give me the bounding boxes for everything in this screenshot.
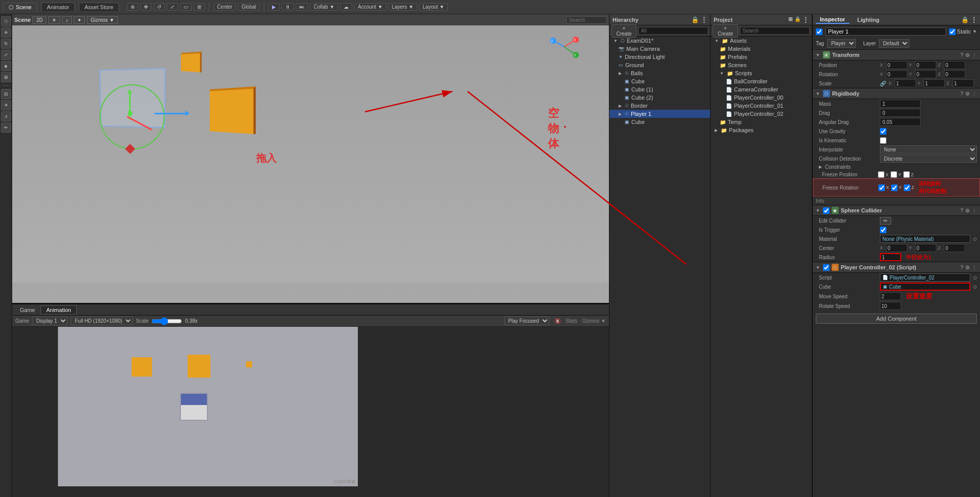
tag-select[interactable]: Player	[827, 39, 856, 48]
interpolate-select[interactable]: None	[880, 145, 977, 153]
hier-item-dirlight[interactable]: ☀ Directional Light	[609, 53, 710, 61]
rigidbody-component-header[interactable]: ▼ ⬡ Rigidbody ? ⚙ ⋮	[813, 88, 980, 99]
script-ref[interactable]: 📄 PlayerController_02	[880, 273, 970, 282]
toolbar-global[interactable]: Global	[238, 3, 260, 11]
pos-x[interactable]	[886, 61, 907, 69]
lighting-toggle[interactable]: ☀	[48, 16, 60, 24]
center-y[interactable]	[915, 244, 936, 252]
scale-tool[interactable]: ⤢	[1, 50, 11, 60]
scale-slider[interactable]	[151, 317, 182, 325]
sc-question[interactable]: ?	[960, 208, 963, 213]
snap-tool[interactable]: ⊞	[1, 72, 11, 82]
toolbar-move[interactable]: ⊕	[127, 3, 138, 11]
project-menu[interactable]: ⋮	[803, 16, 809, 23]
proj-item-prefabs[interactable]: 📁 Prefabs	[711, 53, 812, 61]
tab-game[interactable]: Game	[14, 305, 41, 315]
pc-menu[interactable]: ⋮	[972, 265, 977, 270]
fr-x[interactable]	[878, 184, 885, 191]
constraints-header[interactable]: ▶ Constraints	[813, 163, 980, 171]
gizmos-btn[interactable]: Gizmos ▼	[582, 318, 606, 324]
audio-tool[interactable]: ♬	[1, 111, 11, 121]
insp-menu[interactable]: ⋮	[971, 16, 977, 23]
collision-detection-select[interactable]: Discrete	[880, 154, 977, 163]
layout-button[interactable]: Layout ▼	[419, 3, 448, 11]
cube-ref[interactable]: ▣ Cube	[880, 283, 970, 291]
project-icon1[interactable]: ⊞	[788, 16, 792, 23]
proj-item-scenes[interactable]: 📁 Scenes	[711, 61, 812, 69]
tab-scene[interactable]: ⬡ Scene	[3, 3, 37, 12]
tab-asset-store[interactable]: Asset Store	[79, 3, 119, 11]
angular-drag-input[interactable]	[880, 118, 921, 126]
material-picker[interactable]: ⊙	[973, 236, 977, 242]
add-component-button[interactable]: Add Component	[816, 314, 977, 324]
mass-input[interactable]	[880, 100, 921, 108]
scale-y[interactable]	[924, 79, 945, 87]
move-tool[interactable]: ✛	[1, 27, 11, 38]
toolbar-rect[interactable]: ▭	[180, 3, 192, 11]
effects-toggle[interactable]: ✦	[74, 16, 85, 24]
fp-z[interactable]	[903, 171, 910, 178]
scene-search[interactable]	[566, 16, 607, 24]
proj-item-cameracontroller[interactable]: 📄 CameraController	[711, 85, 812, 94]
fr-y[interactable]	[891, 184, 898, 191]
hierarchy-menu[interactable]: ⋮	[701, 16, 707, 23]
toolbar-rotate[interactable]: ↺	[154, 3, 165, 11]
play-mode-select[interactable]: Play Focused	[504, 317, 549, 325]
hand-tool[interactable]: ☉	[1, 16, 11, 26]
use-gravity-checkbox[interactable]	[880, 128, 886, 135]
toolbar-pivot[interactable]: Center	[213, 3, 236, 11]
rot-y[interactable]	[915, 70, 936, 78]
sphere-collider-enabled[interactable]	[823, 207, 830, 214]
project-search[interactable]	[740, 27, 810, 35]
proj-item-playercontroller01[interactable]: 📄 PlayerController_01	[711, 102, 812, 110]
object-enabled-checkbox[interactable]	[816, 28, 822, 35]
tab-animation[interactable]: Animation	[41, 305, 77, 315]
proj-item-playercontroller02[interactable]: 📄 PlayerController_02	[711, 110, 812, 118]
cube-picker[interactable]: ⊙	[973, 284, 977, 290]
scale-z[interactable]	[953, 79, 974, 87]
pos-y[interactable]	[915, 61, 936, 69]
project-icon2[interactable]: 🔒	[794, 16, 801, 23]
hier-item-cube1[interactable]: ▣ Cube	[609, 77, 710, 85]
object-name-input[interactable]	[825, 27, 946, 36]
proj-item-packages[interactable]: ▶ 📁 Packages	[711, 126, 812, 134]
scene-gizmos[interactable]: Gizmos ▼	[87, 16, 118, 24]
resolution-select[interactable]: Full HD (1920×1080)	[71, 317, 133, 325]
proj-item-ballcontroller[interactable]: 📄 BallController	[711, 77, 812, 85]
rot-x[interactable]	[886, 70, 907, 78]
hierarchy-lock[interactable]: 🔒	[691, 16, 699, 23]
pc-enabled[interactable]	[823, 264, 830, 271]
rotate-tool[interactable]: ↻	[1, 39, 11, 49]
scale-x[interactable]	[895, 79, 916, 87]
tab-animator[interactable]: Animator	[41, 3, 75, 11]
center-z[interactable]	[944, 244, 965, 252]
hier-item-cube3[interactable]: ▣ Cube (2)	[609, 94, 710, 102]
hier-item-cube2[interactable]: ▣ Cube (1)	[609, 85, 710, 94]
2d-toggle[interactable]: 2D	[33, 16, 46, 24]
drag-input[interactable]	[880, 109, 921, 117]
transform-question[interactable]: ?	[960, 52, 963, 58]
center-x[interactable]	[886, 244, 907, 252]
hier-item-balls[interactable]: ▶ ☉ Balls	[609, 69, 710, 77]
hier-item-examd01[interactable]: ▼ ⬡ ExamD01*	[609, 37, 710, 45]
audio-toggle[interactable]: ♪	[62, 16, 72, 24]
is-trigger-checkbox[interactable]	[880, 227, 886, 233]
tab-inspector[interactable]: Inspector	[816, 16, 849, 24]
rigidbody-menu[interactable]: ⋮	[972, 91, 977, 97]
hier-item-player1[interactable]: ▶ ☉ Player 1	[609, 110, 710, 118]
toolbar-scale[interactable]: ⤢	[167, 3, 178, 11]
proj-item-temp[interactable]: 📁 Temp	[711, 118, 812, 126]
pause-button[interactable]: ⏸	[282, 3, 294, 11]
pc-question[interactable]: ?	[960, 265, 963, 270]
rot-z[interactable]	[944, 70, 965, 78]
proj-item-playercontroller00[interactable]: 📄 PlayerController_00	[711, 94, 812, 102]
fr-z[interactable]	[904, 184, 910, 191]
view-tool[interactable]: ◈	[1, 61, 11, 71]
create-button[interactable]: + Create	[611, 24, 636, 38]
light-tool[interactable]: ☀	[1, 100, 11, 110]
collab-button[interactable]: Collab ▼	[310, 3, 338, 11]
proj-item-materials[interactable]: 📁 Materials	[711, 45, 812, 53]
material-ref[interactable]: None (Physic Material)	[880, 235, 970, 243]
pos-z[interactable]	[944, 61, 965, 69]
hier-item-ground[interactable]: ▭ Ground	[609, 61, 710, 69]
